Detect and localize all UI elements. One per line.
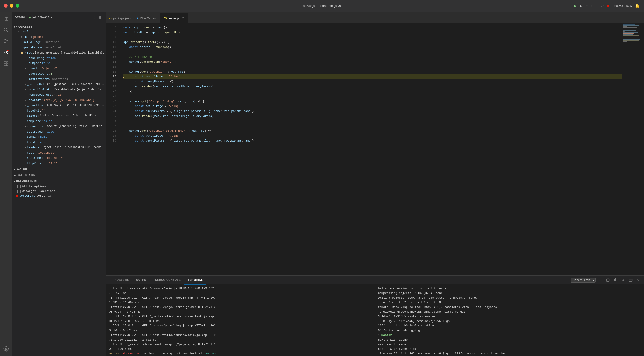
debug-stepout-icon[interactable]: ⬆: [596, 3, 598, 8]
local-expand-icon: ▾: [18, 30, 19, 33]
var-events[interactable]: ▶ _events : Object {}: [12, 66, 106, 71]
var-starttime[interactable]: ▶ _startTime : Sun May 20 2018 11:23:33 …: [12, 103, 106, 108]
term-right-6: To git@github.com:TheRobBrennan/demo-nex…: [378, 310, 642, 314]
debug-stepinto-icon[interactable]: ⬆: [591, 3, 593, 8]
local-scope[interactable]: ▾ Local: [12, 29, 106, 34]
terminal-left[interactable]: ::1 - GET /_next/static/commons/main.js …: [106, 285, 375, 356]
debug-config-name[interactable]: [ALL] NextJS: [32, 16, 49, 19]
activity-source-control[interactable]: [1, 36, 12, 47]
close-button[interactable]: [4, 4, 8, 7]
debug-settings-icon[interactable]: [91, 15, 96, 20]
panel-tab-problems[interactable]: PROBLEMS: [109, 276, 132, 285]
code-line-29: const actualPage = "/ping": [123, 134, 622, 138]
var-actualpage-value: undefined: [44, 40, 59, 44]
var-actualpage[interactable]: ▶ actualPage : undefined: [12, 40, 106, 45]
panel-maximize-icon[interactable]: [628, 277, 634, 283]
var-complete[interactable]: ▶ complete : false: [12, 119, 106, 124]
var-hostname[interactable]: ▶ hostname : "localhost": [12, 155, 106, 161]
debug-sidebar: DEBUG ▶ [ALL] NextJS ▾ ▾ VARIABLES: [12, 12, 106, 356]
ln-10: 10: [106, 40, 116, 45]
minimap-line-12: [623, 34, 633, 35]
panel-close-icon[interactable]: ✕: [636, 277, 641, 283]
var-client[interactable]: ▶ client : Socket {connecting: false, _h…: [12, 113, 106, 119]
var-queryparams[interactable]: ▶ queryParams : undefined: [12, 45, 106, 50]
var-dumped[interactable]: ▶ _dumped : false: [12, 61, 106, 66]
panel-chevron-up-icon[interactable]: ∧: [620, 277, 626, 283]
panel-tab-terminal[interactable]: TERMINAL: [184, 276, 206, 285]
var-startat[interactable]: ▶ _startAt : Array(2) [599147, 896337242…: [12, 98, 106, 103]
tab-package-json[interactable]: {} package.json: [106, 13, 134, 23]
callstack-label: CALL STACK: [17, 174, 35, 177]
minimap[interactable]: [622, 23, 644, 275]
editor-split: 7 8 9 10 11 12 13 14 15 16 17 18: [106, 23, 644, 275]
debug-restart-icon[interactable]: ↻: [580, 3, 582, 8]
debug-stepover-icon[interactable]: ⬇: [584, 5, 589, 7]
code-editor[interactable]: const app = next({ dev }) const handle =…: [120, 23, 622, 275]
bp-all-exceptions-checkbox[interactable]: [18, 185, 21, 188]
var-remoteaddress[interactable]: ▶ _remoteAddress : "::1": [12, 92, 106, 98]
bp-all-exceptions[interactable]: All Exceptions: [12, 184, 106, 189]
notifications-bell-icon[interactable]: 🔔: [635, 3, 640, 8]
var-eventscount[interactable]: ▶ _eventsCount : 0: [12, 71, 106, 77]
var-domain[interactable]: ▶ domain : null: [12, 134, 106, 140]
var-this[interactable]: ▶ this : global: [12, 34, 106, 40]
var-fresh[interactable]: ▶ fresh : false: [12, 140, 106, 145]
var-headers[interactable]: ▶ headers : Object {host: "localhost:300…: [12, 145, 106, 150]
activity-settings[interactable]: [1, 344, 12, 354]
activity-debug[interactable]: [1, 47, 12, 58]
breakpoints-chevron-icon: ▾: [14, 180, 15, 182]
panel-add-icon[interactable]: +: [597, 277, 603, 283]
callstack-header[interactable]: ▶ CALL STACK: [12, 172, 106, 178]
debug-rerun-icon[interactable]: ↺: [602, 3, 604, 8]
maximize-button[interactable]: [16, 4, 19, 7]
terminal-select[interactable]: 1: node, bash: [571, 278, 596, 283]
var-maxlisteners[interactable]: ▶ _maxListeners : undefined: [12, 77, 106, 82]
var-httpversion[interactable]: ▶ httpVersion : "1.1": [12, 161, 106, 166]
code-line-26: }): [123, 119, 622, 124]
var-connection[interactable]: ▶ connection : Socket {connecting: false…: [12, 124, 106, 129]
callstack-chevron-icon: ▶: [14, 174, 16, 177]
var-readablestate[interactable]: ▶ _readableState : ReadableState {object…: [12, 87, 106, 92]
term-right-4: Total 3 (delta 2), reused 0 (delta 0): [378, 300, 642, 305]
code-line-14: server.use(morgan('short')): [123, 60, 622, 64]
minimap-line-20: [623, 41, 627, 42]
tab-serverjs-close-icon[interactable]: ✕: [181, 16, 185, 20]
watch-header[interactable]: ▶ WATCH: [12, 166, 106, 172]
tab-serverjs[interactable]: JS server.js ✕: [160, 13, 188, 23]
debug-config-chevron-icon[interactable]: ▾: [51, 16, 52, 19]
var-host[interactable]: ▶ host : "localhost": [12, 150, 106, 156]
terminal-right[interactable]: Delta compression using up to 8 threads.…: [375, 285, 644, 356]
term-right-1: Delta compression using up to 8 threads.: [378, 286, 642, 291]
term-line-15: express deprecated req.host: Use req.hos…: [109, 352, 372, 356]
debug-toolbar-icons: [91, 15, 103, 20]
panel-trash-icon[interactable]: 🗑: [612, 277, 618, 283]
var-baseurl[interactable]: ▶ baseUrl : "": [12, 108, 106, 114]
panel-tab-debug-console[interactable]: DEBUG CONSOLE: [152, 276, 184, 285]
activity-extensions[interactable]: [1, 58, 12, 69]
var-parsedurl[interactable]: ▶ _parsedUrl : Url {protocol: null, slas…: [12, 82, 106, 87]
var-req[interactable]: ▾ req : IncomingMessage {_readableState:…: [12, 50, 106, 55]
activity-search[interactable]: [1, 25, 12, 35]
debug-continue-icon[interactable]: ▶: [574, 3, 577, 8]
debug-config: ▶ [ALL] NextJS ▾: [29, 15, 52, 20]
debug-stop-icon[interactable]: ■: [607, 3, 609, 8]
variables-chevron-icon: ▾: [14, 25, 15, 28]
variables-header[interactable]: ▾ VARIABLES: [12, 24, 106, 29]
breakpoints-header[interactable]: ▾ BREAKPOINTS: [12, 178, 106, 184]
minimap-line-9: [623, 31, 625, 32]
bp-uncaught-exceptions-checkbox[interactable]: [18, 190, 21, 193]
bp-uncaught-exceptions[interactable]: Uncaught Exceptions: [12, 189, 106, 193]
activity-explorer[interactable]: [1, 13, 12, 24]
var-consuming[interactable]: ▶ _consuming : false: [12, 55, 106, 61]
tab-readme[interactable]: ℹ README.md: [134, 13, 160, 23]
minimize-button[interactable]: [10, 4, 14, 7]
debug-split-icon[interactable]: [98, 15, 103, 20]
minimap-line-2: [623, 25, 639, 26]
code-line-18: const queryParams = {}: [123, 79, 622, 84]
debug-play-button[interactable]: ▶: [29, 15, 31, 20]
bp-serverjs[interactable]: server.js server 17: [12, 193, 106, 198]
panel-split-icon[interactable]: [605, 277, 611, 283]
panel-tab-output[interactable]: OUTPUT: [132, 276, 152, 285]
var-destroyed[interactable]: ▶ destroyed : false: [12, 129, 106, 135]
minimap-line-5: [623, 28, 634, 28]
